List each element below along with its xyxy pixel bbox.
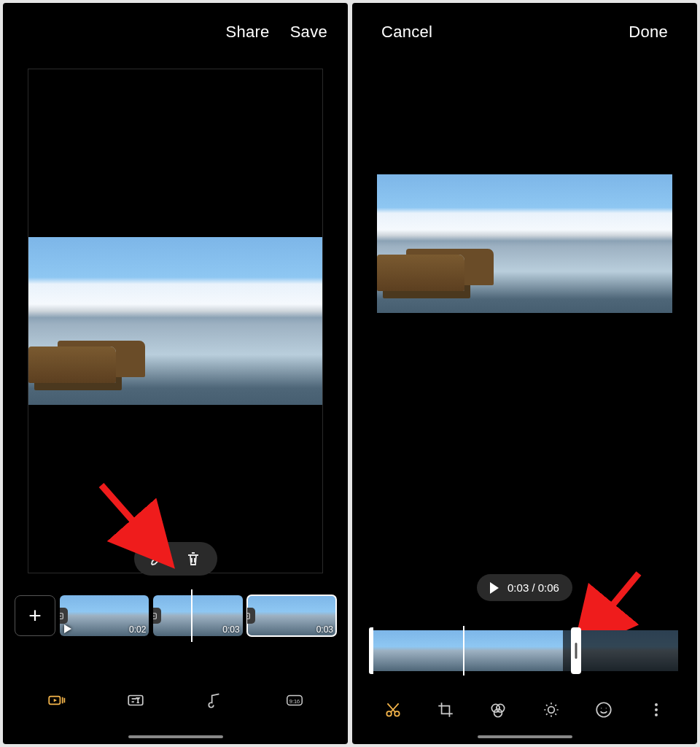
trim-start-handle[interactable] <box>369 627 373 674</box>
video-trim-screen: Cancel Done 0:03 / 0:06 <box>352 3 697 744</box>
video-preview <box>377 174 672 313</box>
filters-icon <box>489 700 508 719</box>
svg-point-22 <box>605 708 606 708</box>
svg-point-20 <box>596 703 611 717</box>
filter-tool[interactable] <box>487 699 509 721</box>
playback-time: 0:03 / 0:06 <box>508 581 559 594</box>
smiley-icon <box>594 700 613 719</box>
share-button[interactable]: Share <box>225 23 269 42</box>
save-button[interactable]: Save <box>290 23 327 42</box>
transition-button[interactable] <box>60 608 68 624</box>
playback-pill[interactable]: 0:03 / 0:06 <box>477 574 572 601</box>
crop-icon <box>436 700 455 719</box>
cancel-button[interactable]: Cancel <box>381 23 432 42</box>
music-tab[interactable] <box>204 689 226 711</box>
preview-area[interactable] <box>377 61 672 455</box>
video-frames-icon <box>47 691 66 710</box>
timeline-tab[interactable] <box>45 689 67 711</box>
music-note-icon <box>206 691 225 710</box>
svg-rect-10 <box>128 696 143 705</box>
caption-tab[interactable] <box>125 689 147 711</box>
timeline-strip[interactable]: + 0:02 0:03 0:03 <box>15 594 336 638</box>
edit-clip-button[interactable] <box>149 549 168 568</box>
clip-3-selected[interactable]: 0:03 <box>247 595 336 636</box>
svg-point-17 <box>497 704 505 712</box>
svg-point-19 <box>548 707 554 713</box>
aspect-ratio-tab[interactable]: 9:16 <box>284 689 306 711</box>
trim-end-handle[interactable] <box>571 627 581 674</box>
playhead[interactable] <box>191 589 192 642</box>
clip-duration: 0:03 <box>222 624 239 635</box>
pencil-icon <box>149 550 167 568</box>
top-bar: Cancel Done <box>352 3 697 61</box>
caption-icon <box>126 691 145 710</box>
more-button[interactable] <box>645 699 667 721</box>
video-preview <box>28 237 322 405</box>
clip-1[interactable]: 0:02 <box>60 595 149 636</box>
delete-clip-button[interactable] <box>184 549 203 568</box>
more-icon <box>655 703 658 716</box>
done-button[interactable]: Done <box>629 23 668 42</box>
trash-icon <box>184 550 202 568</box>
play-icon <box>64 624 71 633</box>
clip-duration: 0:03 <box>316 624 333 635</box>
play-icon <box>490 582 499 594</box>
top-bar: Share Save <box>3 3 348 61</box>
sticker-tool[interactable] <box>593 699 615 721</box>
video-editor-timeline-screen: Share Save + 0:02 0: <box>3 3 348 744</box>
crop-tool[interactable] <box>435 699 456 721</box>
svg-text:9:16: 9:16 <box>289 698 300 705</box>
clip-actions-pill <box>134 542 217 576</box>
svg-point-21 <box>601 708 602 708</box>
home-indicator[interactable] <box>128 735 223 738</box>
bottom-toolbar: 9:16 <box>3 670 348 735</box>
svg-point-18 <box>494 709 502 717</box>
playhead[interactable] <box>463 626 464 676</box>
scissors-icon <box>384 700 402 719</box>
transition-button[interactable] <box>153 608 161 624</box>
preview-frame[interactable] <box>28 69 323 573</box>
trim-tool[interactable] <box>382 699 404 721</box>
brightness-icon <box>542 700 561 719</box>
clip-duration: 0:02 <box>129 624 146 635</box>
clip-2[interactable]: 0:03 <box>153 595 242 636</box>
home-indicator[interactable] <box>478 735 572 738</box>
aspect-ratio-icon: 9:16 <box>285 691 304 710</box>
trim-frames <box>371 630 678 671</box>
trim-strip[interactable] <box>371 630 678 671</box>
editor-toolbar <box>352 684 697 735</box>
add-clip-button[interactable]: + <box>15 595 55 636</box>
adjust-tool[interactable] <box>540 699 562 721</box>
transition-button[interactable] <box>247 608 255 624</box>
